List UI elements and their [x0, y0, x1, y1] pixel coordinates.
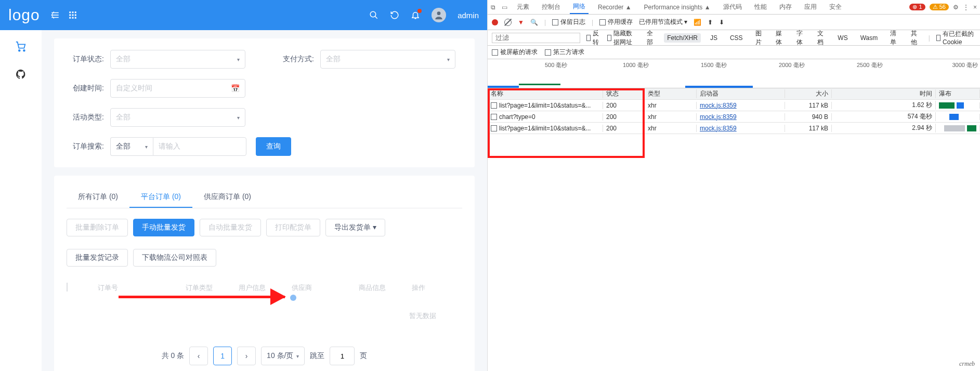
notification-icon[interactable] [411, 10, 420, 20]
dt-type-fetch[interactable]: Fetch/XHR [664, 33, 701, 43]
dt-filter-icon[interactable]: ▼ [518, 19, 524, 26]
th-user-info: 用户信息 [239, 283, 266, 293]
dt-type-font[interactable]: 字体 [793, 28, 808, 48]
dt-blocked-cookies[interactable]: 有已拦截的 Cookie [936, 30, 976, 46]
dt-download-icon[interactable]: ⬇ [719, 19, 724, 26]
dt-type-wasm[interactable]: Wasm [857, 33, 881, 43]
tab-supplier-orders[interactable]: 供应商订单 (0) [192, 187, 263, 208]
dt-tab-recorder[interactable]: Recorder ▲ [595, 2, 635, 13]
dt-tab-elements[interactable]: 元素 [514, 1, 532, 14]
dt-type-other[interactable]: 其他 [908, 28, 922, 48]
username-label[interactable]: admin [458, 11, 479, 20]
dt-search-icon[interactable]: 🔍 [530, 19, 538, 26]
tab-all-orders[interactable]: 所有订单 (0) [67, 187, 129, 208]
dt-wifi-icon[interactable]: 📶 [694, 19, 701, 26]
dt-hide-dataurl[interactable]: 隐藏数据网址 [607, 29, 637, 47]
manual-ship-button[interactable]: 手动批量发货 [133, 219, 194, 236]
download-logistics-button[interactable]: 下载物流公司对照表 [133, 249, 216, 267]
create-time-picker[interactable]: 自定义时间📅 [110, 79, 245, 98]
col-waterfall[interactable]: 瀑布 [936, 89, 980, 98]
dt-type-doc[interactable]: 文档 [814, 28, 829, 48]
col-time[interactable]: 时间 [832, 89, 936, 98]
chevron-down-icon: ▾ [447, 57, 450, 62]
tick-500: 500 毫秒 [545, 61, 567, 69]
query-button[interactable]: 查询 [256, 137, 291, 156]
dt-tab-performance[interactable]: 性能 [751, 1, 770, 14]
request-row[interactable]: chart?type=0 200 xhr mock.js:8359 940 B … [488, 111, 980, 123]
th-order-type: 订单类型 [186, 283, 213, 293]
dt-preserve-log[interactable]: 保留日志 [552, 18, 585, 27]
dt-type-manifest[interactable]: 清单 [887, 28, 901, 48]
dt-tab-network[interactable]: 网络 [570, 0, 589, 14]
dt-inspect-icon[interactable]: ⧉ [491, 4, 495, 11]
auto-ship-button[interactable]: 自动批量发货 [200, 219, 261, 236]
header-left-icons [50, 10, 77, 20]
dt-device-icon[interactable]: ▭ [502, 4, 507, 11]
dt-throttle-select[interactable]: 已停用节流模式 ▾ [639, 18, 687, 27]
dt-disable-cache[interactable]: 停用缓存 [599, 18, 633, 27]
svg-point-10 [437, 11, 441, 15]
pg-goto-input[interactable] [330, 347, 355, 365]
dt-warn-badge[interactable]: ⚠ 56 [930, 4, 949, 10]
dt-tab-sources[interactable]: 源代码 [720, 1, 745, 14]
github-icon[interactable] [15, 69, 27, 80]
pg-next[interactable]: › [237, 347, 256, 365]
dt-filter-input[interactable] [492, 33, 580, 43]
dt-tab-memory[interactable]: 内存 [776, 1, 795, 14]
th-checkbox[interactable] [67, 283, 87, 293]
dt-type-js[interactable]: JS [707, 33, 721, 43]
dt-tab-console[interactable]: 控制台 [539, 1, 564, 14]
col-size[interactable]: 大小 [785, 89, 832, 98]
request-row[interactable]: list?page=1&limit=10&status=&... 200 xhr… [488, 100, 980, 111]
dt-type-all[interactable]: 全部 [644, 28, 658, 48]
pg-prev[interactable]: ‹ [189, 347, 208, 365]
pg-size-select[interactable]: 10 条/页▾ [261, 347, 305, 365]
request-row[interactable]: list?page=1&limit=10&status=&... 200 xhr… [488, 123, 980, 134]
dt-more-icon[interactable]: ⋮ [963, 4, 969, 11]
search-input[interactable]: 请输入 [153, 137, 246, 156]
dt-tab-perfinsights[interactable]: Performance insights ▲ [641, 2, 714, 13]
svg-rect-5 [74, 15, 76, 16]
dt-type-media[interactable]: 媒体 [773, 28, 787, 48]
col-name[interactable]: 名称 [488, 89, 603, 98]
dt-third-party[interactable]: 第三方请求 [545, 48, 584, 57]
dt-type-img[interactable]: 图片 [752, 28, 767, 48]
batch-delete-button[interactable]: 批量删除订单 [67, 219, 128, 236]
dt-invert[interactable]: 反转 [586, 29, 601, 47]
dt-blocked-requests[interactable]: 被屏蔽的请求 [492, 48, 538, 57]
dt-close-icon[interactable]: × [973, 4, 977, 11]
export-ship-button[interactable]: 导出发货单 ▾ [325, 219, 385, 236]
dt-tab-application[interactable]: 应用 [801, 1, 820, 14]
activity-type-select[interactable]: 全部▾ [110, 108, 245, 127]
dt-type-css[interactable]: CSS [727, 33, 746, 43]
dt-error-badge[interactable]: ⊗ 1 [909, 4, 925, 10]
col-status[interactable]: 状态 [603, 89, 645, 98]
dt-tab-security[interactable]: 安全 [826, 1, 845, 14]
apps-grid-icon[interactable] [68, 10, 77, 20]
refresh-icon[interactable] [390, 10, 399, 20]
cart-icon[interactable] [15, 41, 27, 52]
ship-records-button[interactable]: 批量发货记录 [67, 249, 128, 267]
dt-upload-icon[interactable]: ⬆ [708, 19, 713, 26]
avatar[interactable] [432, 8, 446, 22]
dt-filterbar: 反转 隐藏数据网址 全部 Fetch/XHR JS CSS 图片 媒体 字体 文… [488, 30, 980, 46]
print-picklist-button[interactable]: 打印配货单 [266, 219, 320, 236]
pay-method-select[interactable]: 全部▾ [320, 50, 455, 69]
th-product-info: 商品信息 [359, 283, 386, 293]
pg-page-1[interactable]: 1 [213, 347, 232, 365]
col-init[interactable]: 启动器 [697, 89, 785, 98]
order-status-select[interactable]: 全部▾ [110, 50, 245, 69]
dt-settings-icon[interactable]: ⚙ [953, 4, 959, 11]
dt-record-icon[interactable] [492, 19, 498, 25]
filter-card: 订单状态: 全部▾ 支付方式: 全部▾ 创建时间: 自定义时间📅 [54, 38, 475, 167]
col-type[interactable]: 类型 [645, 89, 697, 98]
pg-page-suffix: 页 [360, 351, 367, 361]
search-icon[interactable] [369, 10, 378, 20]
dt-clear-icon[interactable] [504, 19, 512, 26]
dt-type-ws[interactable]: WS [834, 33, 851, 43]
search-type-select[interactable]: 全部▾ [110, 137, 153, 156]
tick-2500: 2500 毫秒 [857, 61, 883, 69]
tab-platform-orders[interactable]: 平台订单 (0) [129, 187, 192, 208]
menu-collapse-icon[interactable] [50, 10, 60, 20]
dt-timeline[interactable]: 500 毫秒 1000 毫秒 1500 毫秒 2000 毫秒 2500 毫秒 3… [488, 59, 980, 88]
